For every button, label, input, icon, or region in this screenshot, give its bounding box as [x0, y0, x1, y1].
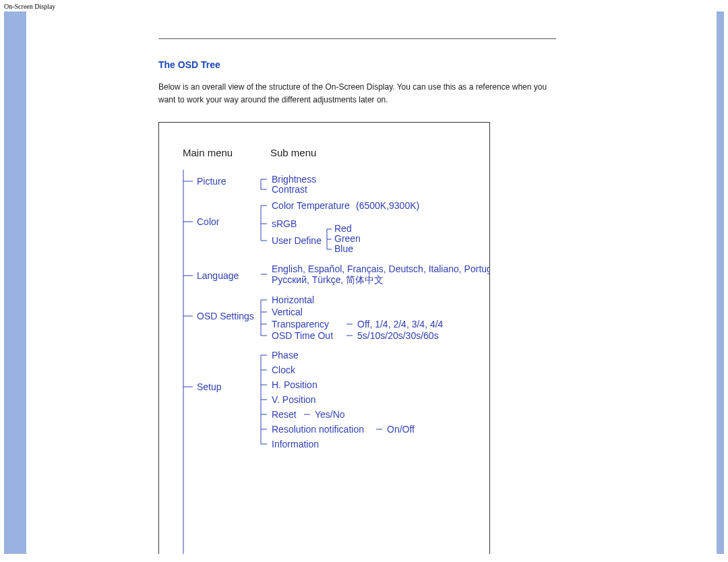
- sub-vertical: Vertical: [272, 307, 303, 317]
- opt-red: Red: [334, 223, 352, 234]
- sub-languages-2: Русский, Türkçe, 简体中文: [272, 274, 384, 285]
- sub-reset: Reset: [272, 409, 297, 420]
- page-body: The OSD Tree Below is an overall view of…: [0, 11, 728, 558]
- sub-contrast: Contrast: [272, 184, 307, 195]
- sub-brightness: Brightness: [272, 174, 316, 185]
- main-picture: Picture: [197, 176, 226, 187]
- sub-resolution-notification: Resolution notification: [272, 424, 364, 435]
- opt-color-temp: (6500K,9300K): [356, 200, 419, 211]
- opt-blue: Blue: [334, 243, 353, 254]
- header-sub-menu: Sub menu: [270, 147, 316, 158]
- section-divider: [158, 38, 556, 39]
- sub-horizontal: Horizontal: [272, 294, 314, 305]
- sub-phase: Phase: [272, 350, 299, 361]
- opt-green: Green: [334, 233, 361, 244]
- sub-h-position: H. Position: [272, 379, 317, 390]
- sub-transparency: Transparency: [272, 319, 329, 330]
- sub-languages-1: English, Español, Français, Deutsch, Ita…: [272, 263, 489, 274]
- footer-path: file:///D|/cd manual/philips/08/170V9/lc…: [0, 558, 728, 562]
- right-decor-rail: [717, 11, 724, 554]
- sub-user-define: User Define: [272, 235, 322, 246]
- sub-clock: Clock: [272, 365, 296, 375]
- osd-tree-diagram: Main menu Sub menu Picture Color Languag…: [158, 122, 490, 554]
- sub-srgb: sRGB: [272, 218, 297, 229]
- sub-osd-timeout: OSD Time Out: [272, 330, 333, 341]
- sub-information: Information: [272, 439, 319, 449]
- opt-transparency: Off, 1/4, 2/4, 3/4, 4/4: [357, 319, 444, 330]
- sub-color-temperature: Color Temperature: [272, 200, 350, 211]
- opt-res-notif: On/Off: [387, 424, 415, 435]
- section-heading: The OSD Tree: [158, 59, 684, 70]
- left-decor-rail: [4, 11, 26, 554]
- page-top-title: On-Screen Display: [0, 0, 728, 11]
- main-content-column: The OSD Tree Below is an overall view of…: [158, 11, 684, 554]
- main-setup: Setup: [197, 381, 222, 392]
- main-language: Language: [197, 270, 239, 281]
- header-main-menu: Main menu: [183, 147, 233, 158]
- main-color: Color: [197, 216, 220, 227]
- sub-v-position: V. Position: [272, 394, 316, 405]
- main-osd-settings: OSD Settings: [197, 311, 254, 321]
- opt-reset: Yes/No: [315, 409, 345, 420]
- opt-osd-timeout: 5s/10s/20s/30s/60s: [357, 330, 439, 341]
- body-paragraph: Below is an overall view of the structur…: [158, 81, 556, 106]
